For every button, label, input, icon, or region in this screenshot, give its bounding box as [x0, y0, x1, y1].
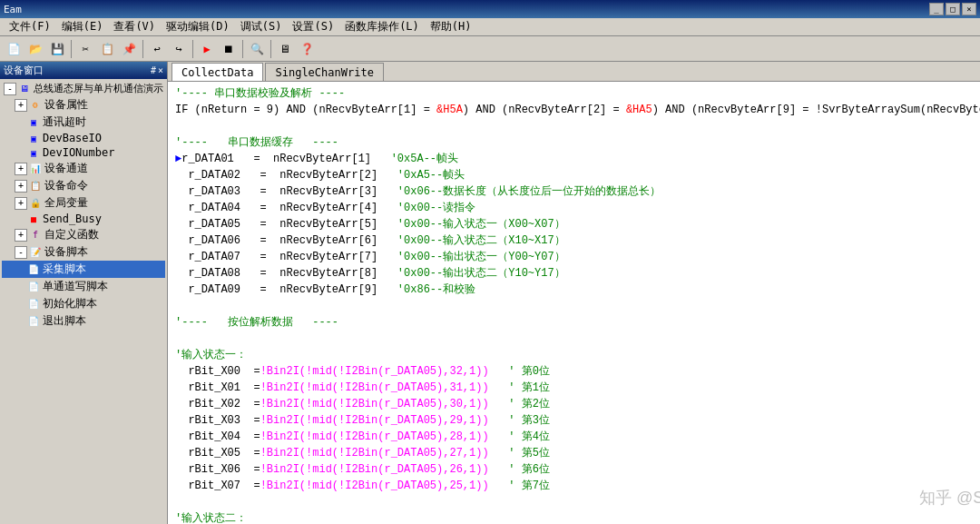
collect-icon: 📄	[27, 263, 40, 276]
tree-props-label: 设备属性	[44, 97, 88, 113]
sendbusy-icon: ■	[27, 213, 40, 225]
tree-device-cmd[interactable]: + 📋 设备命令	[2, 177, 165, 194]
tree-exit-script[interactable]: 📄 退出脚本	[2, 312, 165, 330]
code-line-10: r_DATA06 = nRecvByteArr[6] '0x00--输入状态二（…	[175, 232, 980, 249]
code-line-14	[175, 298, 980, 314]
code-line-8: r_DATA04 = nRecvByteArr[4] '0x00--读指令	[175, 200, 980, 216]
find-button[interactable]: 🔍	[247, 39, 267, 59]
tab-collect-data[interactable]: CollectData	[172, 63, 263, 81]
tree-collect-label: 采集脚本	[43, 262, 86, 277]
panel-title-label: 设备窗口	[4, 64, 44, 77]
title-bar: Eam _ □ ×	[0, 0, 980, 18]
device-tree: - 🖥 总线通态屏与单片机通信演示 + ⚙ 设备属性 ▣ 通讯超时 ▣ DevB…	[0, 79, 167, 524]
tree-root-label: 总线通态屏与单片机通信演示	[34, 82, 163, 95]
tree-collect-script[interactable]: 📄 采集脚本	[2, 261, 165, 278]
code-line-13: r_DATA09 = nRecvByteArr[9] '0x86--和校验	[175, 282, 980, 298]
tree-gvar-label: 全局变量	[44, 195, 88, 211]
sep4	[242, 40, 243, 58]
code-line-3	[175, 118, 980, 134]
paste-button[interactable]: 📌	[119, 39, 139, 59]
expand-script[interactable]: -	[15, 246, 27, 259]
code-line-21: rBit_X03 =!Bin2I(!mid(!I2Bin(r_DATA05),2…	[175, 412, 980, 429]
device-button[interactable]: 🖥	[275, 39, 295, 59]
cut-button[interactable]: ✂	[75, 39, 95, 59]
code-line-26	[175, 494, 980, 510]
tabs-bar: CollectData SingleChanWrite ◄ ►	[168, 62, 980, 82]
tree-devbaseio[interactable]: ▣ DevBaseIO	[2, 131, 165, 145]
code-line-18: rBit_X00 =!Bin2I(!mid(!I2Bin(r_DATA05),3…	[175, 363, 980, 380]
tree-singlewrite-label: 单通道写脚本	[43, 279, 108, 294]
tree-global-var[interactable]: + 🔒 全局变量	[2, 194, 165, 212]
menu-view[interactable]: 查看(V)	[108, 17, 161, 36]
maximize-button[interactable]: □	[946, 3, 960, 15]
code-editor[interactable]: '---- 串口数据校验及解析 ---- IF (nReturn = 9) AN…	[168, 82, 980, 524]
main-layout: 设备窗口 # × - 🖥 总线通态屏与单片机通信演示 + ⚙ 设备属性 ▣ 通	[0, 62, 980, 524]
expand-gvar[interactable]: +	[15, 197, 27, 210]
help-button[interactable]: ❓	[297, 39, 317, 59]
menu-driver[interactable]: 驱动编辑(D)	[161, 17, 235, 36]
tree-device-channel[interactable]: + 📊 设备通道	[2, 160, 165, 177]
open-button[interactable]: 📂	[25, 39, 45, 59]
tree-custom-func[interactable]: + f 自定义函数	[2, 226, 165, 243]
tree-root[interactable]: - 🖥 总线通态屏与单片机通信演示	[2, 81, 165, 96]
tree-init-script[interactable]: 📄 初始化脚本	[2, 295, 165, 312]
props-icon: ⚙	[29, 99, 42, 112]
script-folder-icon: 📝	[29, 246, 42, 259]
code-line-7: r_DATA03 = nRecvByteArr[3] '0x06--数据长度（从…	[175, 183, 980, 200]
expand-props[interactable]: +	[15, 99, 27, 112]
tab-single-chan-write[interactable]: SingleChanWrite	[265, 63, 383, 81]
code-line-25: rBit_X07 =!Bin2I(!mid(!I2Bin(r_DATA05),2…	[175, 478, 980, 494]
app-title: Eam	[4, 4, 22, 15]
menu-settings[interactable]: 设置(S)	[287, 17, 339, 36]
minimize-button[interactable]: _	[929, 3, 944, 15]
gvar-icon: 🔒	[29, 197, 42, 210]
menu-debug[interactable]: 调试(S)	[235, 17, 288, 36]
tree-timeout-label: 通讯超时	[43, 114, 86, 130]
expand-func[interactable]: +	[15, 229, 27, 242]
timeout-icon: ▣	[27, 116, 40, 129]
tree-devionumber[interactable]: ▣ DevIONumber	[2, 145, 165, 160]
code-line-11: r_DATA07 = nRecvByteArr[7] '0x00--输出状态一（…	[175, 249, 980, 265]
panel-pin-button[interactable]: #	[151, 65, 156, 75]
tree-devionumber-label: DevIONumber	[43, 146, 114, 159]
menu-edit[interactable]: 编辑(E)	[56, 17, 109, 36]
sep2	[142, 40, 143, 58]
channel-icon: 📊	[29, 163, 42, 175]
redo-button[interactable]: ↪	[169, 39, 189, 59]
code-line-1: '---- 串口数据校验及解析 ----	[175, 85, 980, 102]
panel-close-button[interactable]: ×	[158, 65, 163, 75]
menu-help[interactable]: 帮助(H)	[425, 17, 477, 36]
run-button[interactable]: ▶	[197, 39, 217, 59]
code-line-20: rBit_X02 =!Bin2I(!mid(!I2Bin(r_DATA05),3…	[175, 396, 980, 412]
expand-root[interactable]: -	[4, 83, 16, 95]
code-line-23: rBit_X05 =!Bin2I(!mid(!I2Bin(r_DATA05),2…	[175, 445, 980, 461]
code-line-6: r_DATA02 = nRecvByteArr[2] '0xA5--帧头	[175, 167, 980, 183]
watermark: 知乎 @SingleYork	[919, 489, 980, 506]
code-line-5: ►r_DATA01 = nRecvByteArr[1] '0x5A--帧头	[175, 151, 980, 167]
init-icon: 📄	[27, 298, 40, 311]
close-button[interactable]: ×	[962, 3, 976, 15]
tree-single-write[interactable]: 📄 单通道写脚本	[2, 278, 165, 295]
menu-funclib[interactable]: 函数库操作(L)	[339, 17, 425, 36]
copy-button[interactable]: 📋	[97, 39, 117, 59]
menu-file[interactable]: 文件(F)	[4, 17, 56, 36]
code-line-15: '---- 按位解析数据 ----	[175, 314, 980, 331]
code-line-17: '输入状态一：	[175, 347, 980, 363]
tree-exit-label: 退出脚本	[43, 313, 86, 329]
undo-button[interactable]: ↩	[147, 39, 167, 59]
title-bar-buttons: _ □ ×	[929, 3, 976, 15]
code-line-24: rBit_X06 =!Bin2I(!mid(!I2Bin(r_DATA05),2…	[175, 461, 980, 478]
tree-device-script[interactable]: - 📝 设备脚本	[2, 243, 165, 261]
expand-channel[interactable]: +	[15, 163, 27, 175]
expand-cmd[interactable]: +	[15, 180, 27, 193]
singlewrite-icon: 📄	[27, 281, 40, 293]
devionumber-icon: ▣	[27, 146, 40, 159]
new-button[interactable]: 📄	[4, 39, 24, 59]
menu-bar: 文件(F) 编辑(E) 查看(V) 驱动编辑(D) 调试(S) 设置(S) 函数…	[0, 18, 980, 36]
tree-device-props[interactable]: + ⚙ 设备属性	[2, 96, 165, 114]
tree-send-busy[interactable]: ■ Send_Busy	[2, 212, 165, 226]
stop-button[interactable]: ⏹	[219, 39, 239, 59]
code-line-19: rBit_X01 =!Bin2I(!mid(!I2Bin(r_DATA05),3…	[175, 380, 980, 396]
tree-comm-timeout[interactable]: ▣ 通讯超时	[2, 114, 165, 131]
save-button[interactable]: 💾	[47, 39, 67, 59]
